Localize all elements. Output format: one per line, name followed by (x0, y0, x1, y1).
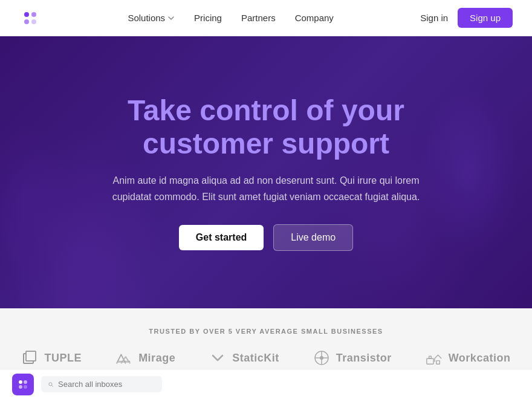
hero-subtitle: Anim aute id magna aliqua ad ad non dese… (109, 172, 423, 205)
svg-point-20 (24, 385, 27, 389)
brand-transistor: Transistor (313, 349, 392, 366)
signup-button[interactable]: Sign up (458, 8, 513, 28)
svg-point-17 (19, 380, 22, 384)
svg-line-22 (51, 385, 53, 386)
nav-partners[interactable]: Partners (241, 13, 276, 23)
brand-workcation: Workcation (426, 349, 511, 366)
svg-point-1 (31, 12, 36, 17)
search-icon (48, 380, 53, 389)
logo[interactable] (19, 7, 41, 29)
svg-point-0 (24, 12, 29, 17)
signin-button[interactable]: Sign in (420, 13, 448, 23)
search-input[interactable] (58, 380, 155, 389)
svg-point-18 (24, 380, 27, 384)
svg-point-12 (320, 356, 323, 360)
nav-company[interactable]: Company (295, 13, 334, 23)
hero-title: Take control of your customer support (109, 94, 423, 160)
bottom-app-icon (12, 374, 34, 395)
svg-rect-5 (26, 351, 36, 361)
workcation-icon (426, 349, 443, 366)
hero-content: Take control of your customer support An… (97, 94, 435, 251)
bottom-bar (0, 369, 532, 399)
hero-buttons: Get started Live demo (109, 224, 423, 251)
trusted-logos: TUPLE Mirage StaticKit (0, 349, 532, 366)
nav-pricing[interactable]: Pricing (194, 13, 222, 23)
svg-point-3 (31, 19, 36, 24)
live-demo-button[interactable]: Live demo (273, 224, 353, 251)
svg-point-2 (24, 19, 29, 24)
get-started-button[interactable]: Get started (179, 225, 264, 250)
logo-icon (19, 7, 41, 29)
nav-solutions[interactable]: Solutions (128, 13, 175, 23)
statickit-icon (209, 349, 226, 366)
nav-actions: Sign in Sign up (420, 8, 513, 28)
svg-rect-13 (427, 358, 433, 364)
brand-mirage: Mirage (115, 349, 175, 366)
svg-rect-16 (436, 361, 440, 365)
trusted-label: TRUSTED BY OVER 5 VERY AVERAGE SMALL BUS… (0, 328, 532, 335)
hero-section: Take control of your customer support An… (0, 36, 532, 308)
navbar: Solutions Pricing Partners Company Sign … (0, 0, 532, 36)
nav-links: Solutions Pricing Partners Company (128, 13, 333, 23)
bottom-search-box[interactable] (41, 376, 162, 392)
tuple-icon (22, 349, 39, 366)
svg-point-19 (19, 385, 22, 389)
transistor-icon (313, 349, 330, 366)
svg-rect-14 (429, 356, 431, 358)
brand-tuple: TUPLE (22, 349, 82, 366)
brand-statickit: StaticKit (209, 349, 279, 366)
mirage-icon (115, 349, 132, 366)
